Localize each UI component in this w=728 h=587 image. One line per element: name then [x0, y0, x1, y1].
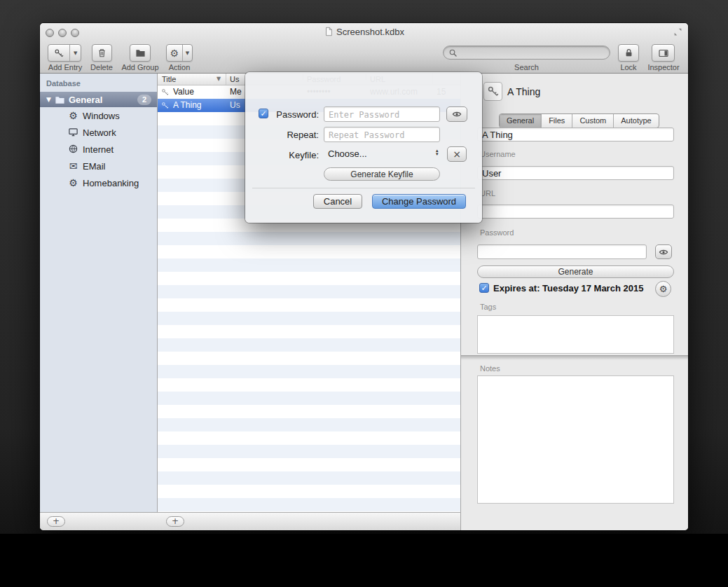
add-group-button[interactable]: [130, 44, 151, 62]
notes-label: Notes: [480, 364, 500, 373]
add-group-footer-button[interactable]: +: [47, 516, 65, 527]
tags-input[interactable]: [477, 315, 674, 354]
show-password-button[interactable]: [446, 106, 467, 122]
sidebar-item-internet[interactable]: Internet: [40, 141, 157, 158]
sort-indicator-icon: ▼: [217, 76, 221, 82]
action-label: Action: [160, 63, 198, 71]
inspector-button[interactable]: [652, 44, 675, 62]
entry-title-heading: A Thing: [507, 86, 540, 97]
stepper-icon[interactable]: ▴ ▾: [436, 149, 439, 156]
sidebar-item-label: EMail: [83, 161, 106, 172]
sidebar-group-general[interactable]: ▼ General 2: [40, 92, 157, 107]
expires-settings-button[interactable]: ⚙: [655, 281, 671, 297]
window-title: Screenshot.kdbx: [40, 27, 688, 37]
key-icon: [161, 88, 169, 96]
title-field[interactable]: [477, 127, 674, 141]
gear-icon: ⚙: [67, 178, 80, 188]
add-entry-label: Add Entry: [44, 63, 86, 71]
cancel-button[interactable]: Cancel: [313, 194, 362, 209]
window-chrome: Screenshot.kdbx ▼ Add Entry Delete Add G…: [40, 23, 688, 74]
sidebar-item-label: Network: [83, 127, 116, 138]
sidebar-item-label: Homebanking: [83, 178, 139, 188]
dialog-keyfile-label: Keyfile:: [245, 150, 319, 160]
entrylist-bottom-bar: +: [158, 512, 461, 530]
monitor-icon: [67, 127, 80, 139]
username-field[interactable]: [477, 166, 674, 180]
search-icon: [448, 48, 458, 57]
inspector-panel-icon: [658, 48, 669, 59]
generate-keyfile-button[interactable]: Generate Keyfile: [324, 167, 440, 181]
action-button[interactable]: ⚙ ▼: [166, 44, 193, 62]
chevron-down-icon[interactable]: ▼: [183, 45, 192, 61]
url-label: URL: [480, 189, 495, 198]
trash-icon: [97, 48, 107, 58]
eye-icon: [452, 109, 462, 119]
password-field[interactable]: [477, 244, 647, 259]
inspector-label: Inspector: [641, 63, 686, 71]
inspector-tabs: General Files Custom Autotype: [499, 113, 659, 128]
generate-password-button[interactable]: Generate: [477, 265, 674, 278]
search-label: Search: [443, 63, 610, 71]
delete-button[interactable]: [92, 44, 112, 62]
section-shadow: [461, 355, 688, 360]
cell-title: Value: [173, 85, 224, 99]
tab-general[interactable]: General: [500, 114, 541, 127]
dialog-repeat-label: Repeat:: [245, 130, 319, 140]
disclosure-triangle-icon[interactable]: ▼: [46, 96, 51, 103]
column-header-title[interactable]: Title: [162, 75, 176, 83]
inspector-panel: A Thing General Files Custom Autotype Us…: [461, 74, 688, 530]
entry-icon[interactable]: [483, 82, 502, 101]
tab-autotype[interactable]: Autotype: [613, 114, 658, 127]
plus-icon: +: [172, 516, 179, 526]
column-divider[interactable]: [226, 74, 226, 85]
gear-icon: ⚙: [167, 45, 182, 61]
sidebar-item-label: Internet: [83, 144, 114, 155]
group-label: General: [69, 95, 102, 105]
key-icon: [487, 85, 499, 97]
keyfile-select[interactable]: Choose...: [328, 149, 367, 159]
cell-title: A Thing: [173, 99, 224, 112]
gear-icon: ⚙: [67, 111, 80, 120]
notes-input[interactable]: [477, 375, 674, 504]
sidebar-item-email[interactable]: ✉ EMail: [40, 158, 157, 174]
tab-custom[interactable]: Custom: [572, 114, 613, 127]
gear-icon: ⚙: [659, 284, 668, 294]
check-icon: ✓: [481, 284, 487, 293]
expires-label: Expires at: Tuesday 17 March 2015: [493, 283, 643, 294]
entry-count-badge: 2: [137, 95, 151, 105]
add-group-label: Add Group: [117, 63, 163, 71]
envelope-icon: ✉: [67, 161, 80, 171]
change-password-dialog: ✓ Password: Repeat: Keyfile: Choose... ▴…: [245, 72, 482, 223]
sidebar-section-header: Database: [40, 74, 157, 88]
folder-icon: [55, 95, 65, 105]
eye-icon: [659, 247, 668, 257]
sidebar-item-label: Windows: [83, 111, 120, 121]
expires-checkbox[interactable]: ✓: [479, 283, 489, 293]
sidebar-item-windows[interactable]: ⚙ Windows: [40, 107, 157, 124]
password-label: Password: [480, 228, 514, 237]
clear-keyfile-button[interactable]: ×: [447, 146, 467, 162]
dialog-password-label: Password:: [245, 109, 319, 120]
fullscreen-icon[interactable]: [673, 27, 682, 36]
add-entry-footer-button[interactable]: +: [166, 516, 184, 527]
globe-icon: [67, 144, 80, 156]
change-password-button[interactable]: Change Password: [372, 194, 466, 209]
key-icon: [48, 45, 69, 61]
reveal-password-button[interactable]: [655, 244, 672, 259]
plus-icon: +: [53, 516, 60, 526]
folder-plus-icon: [135, 48, 146, 58]
new-password-input[interactable]: [324, 106, 440, 122]
sidebar-item-network[interactable]: Network: [40, 124, 157, 141]
search-input[interactable]: [443, 46, 610, 60]
repeat-password-input[interactable]: [324, 127, 440, 142]
sidebar-item-homebanking[interactable]: ⚙ Homebanking: [40, 174, 157, 191]
chevron-down-icon[interactable]: ▼: [70, 45, 81, 61]
app-window: Screenshot.kdbx ▼ Add Entry Delete Add G…: [40, 23, 688, 530]
column-header-username[interactable]: Us: [230, 75, 239, 83]
delete-label: Delete: [83, 63, 120, 71]
lock-icon: [624, 48, 634, 58]
url-field[interactable]: [477, 205, 674, 219]
tab-files[interactable]: Files: [541, 114, 572, 127]
lock-button[interactable]: [618, 44, 639, 62]
add-entry-button[interactable]: ▼: [48, 44, 81, 62]
